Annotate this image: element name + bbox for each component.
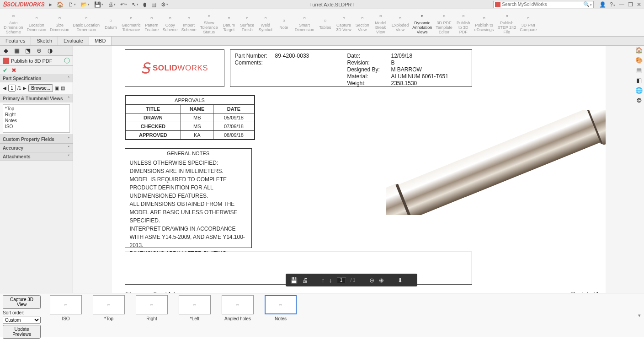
close-icon[interactable]: ✕ xyxy=(637,1,641,8)
pm-tool-2[interactable]: ▦ xyxy=(13,47,21,55)
ribbon-sect-view[interactable]: ▫Section View xyxy=(353,10,372,36)
ribbon-datum-tgt[interactable]: ▫Datum Target xyxy=(220,10,238,36)
options-icon[interactable]: ⚙▾ xyxy=(161,1,168,8)
capture-3d-button[interactable]: Capture 3D View xyxy=(3,295,41,309)
view-list-item[interactable]: Right xyxy=(4,112,69,118)
ribbon-tables[interactable]: ▫Tables xyxy=(316,10,334,36)
rb-forum-icon[interactable]: 🌐 xyxy=(635,86,643,94)
ribbon-pdf-ed[interactable]: ▫3D PDF Template Editor xyxy=(434,10,454,36)
pdf-page-input[interactable] xyxy=(337,277,346,283)
minimize-icon[interactable]: — xyxy=(619,1,624,8)
section-custom-property-fields[interactable]: Custom Property Fields˅ xyxy=(0,135,73,143)
help-icon[interactable]: ?▾ xyxy=(610,1,615,8)
thumb--top[interactable]: ▭*Top xyxy=(91,295,127,321)
rb-appearance-icon[interactable]: 🎨 xyxy=(635,56,643,64)
ribbon-show-tol[interactable]: ▫Show Tolerance Status xyxy=(198,10,220,36)
spec-next-icon[interactable]: ▶ xyxy=(23,86,27,91)
thumb-iso[interactable]: ▭ISO xyxy=(48,295,84,321)
view-list-item[interactable]: Notes xyxy=(4,118,69,124)
print-icon[interactable]: 🖨▾ xyxy=(108,1,116,8)
ok-icon[interactable]: ✔ xyxy=(3,67,8,74)
section-attachments[interactable]: Attachments˅ xyxy=(0,152,73,161)
ribbon-pub-pdf[interactable]: ▫Publish to 3D PDF xyxy=(454,10,473,36)
thumb-angled-holes[interactable]: ▭Angled holes xyxy=(220,295,255,321)
pm-tool-4[interactable]: ⊕ xyxy=(35,47,43,55)
thumb-right[interactable]: ▭Right xyxy=(134,295,170,321)
sort-select[interactable]: Custom xyxy=(3,317,41,324)
tab-mbd[interactable]: MBD xyxy=(89,37,112,45)
tab-evaluate[interactable]: Evaluate xyxy=(58,37,89,45)
thumb-notes[interactable]: ▭Notes xyxy=(263,295,298,321)
tab-sketch[interactable]: Sketch xyxy=(31,37,58,45)
home-icon[interactable]: 🏠 xyxy=(57,1,64,8)
pm-tool-1[interactable]: ◆ xyxy=(2,47,10,55)
cancel-icon[interactable]: ✖ xyxy=(11,67,16,74)
user-icon[interactable]: 👤 xyxy=(599,1,606,8)
ribbon-import-scheme[interactable]: ▫Import Scheme xyxy=(180,10,198,36)
rb-search-icon[interactable]: ❂ xyxy=(635,96,643,104)
ribbon-pub-step[interactable]: ▫Publish STEP 242 File xyxy=(495,10,518,36)
thumb-preview: ▭ xyxy=(222,295,254,314)
pdf-page-up-icon[interactable]: ↑ xyxy=(322,277,325,284)
ribbon-pub-edraw[interactable]: ▫Publish to eDrawings xyxy=(473,10,496,36)
model-3d-view[interactable] xyxy=(386,110,606,215)
spec-extra-2-icon[interactable]: ▤ xyxy=(61,86,65,91)
view-list-item[interactable]: ISO xyxy=(4,124,69,130)
ribbon-exploded[interactable]: ▫Exploded View xyxy=(390,10,411,36)
ribbon-datum[interactable]: ▫Datum xyxy=(101,10,120,36)
spec-prev-icon[interactable]: ◀ xyxy=(3,86,6,91)
restore-icon[interactable]: ❐ xyxy=(628,1,633,8)
open-icon[interactable]: 📂▾ xyxy=(80,1,90,8)
views-scroll-right-icon[interactable]: ▾ xyxy=(635,293,644,337)
search-input[interactable] xyxy=(502,2,583,7)
rebuild-icon[interactable]: ⬮ xyxy=(143,1,147,8)
pdf-print-icon[interactable]: 🖨 xyxy=(302,277,308,284)
pdf-save-icon[interactable]: 💾 xyxy=(290,277,298,284)
ribbon-pmi-cmp[interactable]: ▫3D PMI Compare xyxy=(518,10,538,36)
view-list-item[interactable]: *Top xyxy=(4,106,69,112)
pdf-page-down-icon[interactable]: ↓ xyxy=(329,277,332,284)
ribbon-loc-dim[interactable]: ▫Location Dimension xyxy=(25,10,48,36)
file-name-value: Turret Axle xyxy=(154,291,178,293)
pdf-zoom-in-icon[interactable]: ⊕ xyxy=(379,277,384,284)
new-doc-icon[interactable]: 🗋▾ xyxy=(68,1,76,8)
ribbon-smart-dim[interactable]: ▫Smart Dimension xyxy=(293,10,316,36)
pdf-zoom-out-icon[interactable]: ⊖ xyxy=(369,277,374,284)
ribbon-note[interactable]: ▫Note xyxy=(275,10,293,36)
ribbon-weld[interactable]: ▫Weld Symbol xyxy=(256,10,275,36)
ribbon-basic-loc[interactable]: ▫Basic Location Dimension xyxy=(71,10,102,36)
ribbon-cap-3d[interactable]: ▫Capture 3D View xyxy=(334,10,353,36)
pm-tool-5[interactable]: ◑ xyxy=(46,47,54,55)
views-list[interactable]: *TopRightNotesISO xyxy=(3,104,70,133)
browse-button[interactable]: Browse... xyxy=(28,84,53,92)
search-icon[interactable]: 🔍▾ xyxy=(583,1,592,7)
tab-features[interactable]: Features xyxy=(0,37,31,45)
spec-page-input[interactable] xyxy=(8,85,16,92)
ribbon-model-break[interactable]: ▫Model Break View xyxy=(372,10,390,36)
update-previews-button[interactable]: Update Previews xyxy=(3,325,41,339)
ribbon-geo-tol[interactable]: ▫Geometric Tolerance xyxy=(120,10,143,36)
thumb--left[interactable]: ▭*Left xyxy=(177,295,213,321)
ribbon-surf-fin[interactable]: ▫Surface Finish xyxy=(238,10,256,36)
info-icon[interactable]: ⓘ xyxy=(64,57,70,65)
save-icon[interactable]: 💾▾ xyxy=(94,1,103,8)
rb-properties-icon[interactable]: ▤ xyxy=(635,66,643,74)
ribbon-size-dim[interactable]: ▫Size Dimension xyxy=(48,10,71,36)
pm-tool-3[interactable]: ⬔ xyxy=(24,47,32,55)
ribbon-auto-dim[interactable]: ▫Auto Dimension Scheme xyxy=(2,10,25,36)
select-icon[interactable]: ↖▾ xyxy=(132,1,138,8)
rb-home-icon[interactable]: 🏠 xyxy=(635,46,643,54)
ribbon-pat-feat[interactable]: ▫Pattern Feature xyxy=(143,10,161,36)
pdf-acrobat-icon[interactable]: ⬇ xyxy=(398,277,403,284)
ribbon-copy-scheme[interactable]: ▫Copy Scheme xyxy=(161,10,180,36)
rb-display-icon[interactable]: ◧ xyxy=(635,76,643,84)
spec-extra-1-icon[interactable]: ▣ xyxy=(55,86,59,91)
undo-icon[interactable]: ↶▾ xyxy=(120,1,127,8)
ribbon-dyn-ann[interactable]: ▫Dynamic Annotation Views xyxy=(410,10,434,36)
section-views[interactable]: Primary & Thumbnail Views ˄ xyxy=(0,94,73,103)
menu-expand-icon[interactable]: ▶ xyxy=(48,2,54,7)
search-bar[interactable]: 🔍▾ xyxy=(493,1,594,8)
section-part-spec[interactable]: Part Specification ˄ xyxy=(0,74,73,82)
section-accuracy[interactable]: Accuracy˅ xyxy=(0,144,73,152)
doc-props-icon[interactable]: ▤ xyxy=(151,1,156,8)
